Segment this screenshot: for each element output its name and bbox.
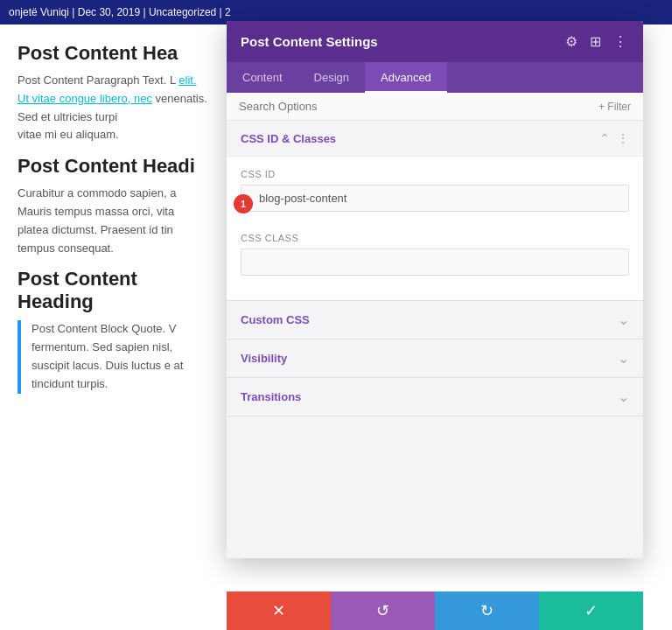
more-icon-button[interactable]: ⋮ bbox=[612, 32, 629, 52]
css-id-badge: 1 bbox=[234, 194, 253, 214]
blog-para-1: Post Content Paragraph Text. L elit. Ut … bbox=[18, 72, 210, 144]
chevron-down-icon-custom-css: ⌄ bbox=[618, 312, 629, 328]
settings-icon-button[interactable]: ⚙ bbox=[564, 32, 579, 52]
section-css-content: CSS ID 1 CSS Class bbox=[227, 156, 643, 300]
section-custom-css-title: Custom CSS bbox=[241, 313, 310, 326]
tab-design[interactable]: Design bbox=[298, 62, 365, 93]
blog-content: Post Content Hea Post Content Paragraph … bbox=[0, 24, 228, 422]
section-css-title: CSS ID & Classes bbox=[241, 132, 336, 145]
section-custom-css: Custom CSS ⌄ bbox=[227, 301, 643, 340]
more-dots-icon: ⋮ bbox=[617, 131, 629, 145]
cancel-button[interactable]: ✕ bbox=[227, 592, 331, 630]
settings-panel: Post Content Settings ⚙ ⊞ ⋮ Content Desi… bbox=[227, 21, 643, 558]
chevron-up-icon: ⌃ bbox=[599, 131, 610, 145]
section-custom-css-header[interactable]: Custom CSS ⌄ bbox=[227, 301, 643, 339]
css-class-label: CSS Class bbox=[241, 233, 629, 243]
section-transitions-header[interactable]: Transitions ⌄ bbox=[227, 378, 643, 416]
blog-para-2: Curabitur a commodo sapien, a Mauris tem… bbox=[18, 185, 210, 257]
save-button[interactable]: ✓ bbox=[539, 592, 643, 630]
blog-blockquote: Post Content Block Quote. V fermentum. S… bbox=[18, 320, 210, 393]
section-visibility-header[interactable]: Visibility ⌄ bbox=[227, 340, 643, 377]
chevron-down-icon-visibility: ⌄ bbox=[618, 350, 629, 367]
css-id-input[interactable] bbox=[241, 185, 629, 212]
section-css-header[interactable]: CSS ID & Classes ⌃ ⋮ bbox=[227, 121, 643, 156]
section-css-controls: ⌃ ⋮ bbox=[599, 131, 629, 145]
filter-button[interactable]: + Filter bbox=[598, 101, 631, 113]
tab-advanced[interactable]: Advanced bbox=[365, 62, 447, 93]
tabs-bar: Content Design Advanced bbox=[227, 62, 643, 93]
action-bar: ✕ ↺ ↻ ✓ bbox=[227, 592, 643, 630]
panel-icon-group: ⚙ ⊞ ⋮ bbox=[564, 32, 629, 52]
top-bar-text: onjetë Vuniqi | Dec 30, 2019 | Uncategor… bbox=[9, 6, 231, 18]
section-visibility: Visibility ⌄ bbox=[227, 340, 643, 378]
blog-heading-1: Post Content Hea bbox=[18, 42, 210, 65]
blog-heading-3: Post Content Heading bbox=[18, 268, 210, 313]
css-class-input[interactable] bbox=[241, 248, 629, 276]
redo-button[interactable]: ↻ bbox=[435, 592, 539, 630]
undo-button[interactable]: ↺ bbox=[331, 592, 435, 630]
columns-icon-button[interactable]: ⊞ bbox=[588, 32, 603, 52]
css-id-label: CSS ID bbox=[241, 169, 629, 179]
tab-content[interactable]: Content bbox=[227, 62, 298, 93]
panel-title: Post Content Settings bbox=[241, 34, 378, 49]
search-input[interactable] bbox=[239, 100, 414, 113]
section-visibility-title: Visibility bbox=[241, 352, 287, 365]
panel-header: Post Content Settings ⚙ ⊞ ⋮ bbox=[227, 21, 643, 62]
search-bar: + Filter bbox=[227, 93, 643, 121]
section-css-id-classes: CSS ID & Classes ⌃ ⋮ CSS ID 1 CSS Class bbox=[227, 121, 643, 301]
panel-body: CSS ID & Classes ⌃ ⋮ CSS ID 1 CSS Class … bbox=[227, 121, 643, 558]
section-transitions: Transitions ⌄ bbox=[227, 378, 643, 416]
chevron-down-icon-transitions: ⌄ bbox=[618, 388, 629, 405]
blog-heading-2: Post Content Headi bbox=[18, 155, 210, 178]
css-id-input-wrap: 1 bbox=[241, 185, 629, 222]
section-transitions-title: Transitions bbox=[241, 390, 301, 403]
